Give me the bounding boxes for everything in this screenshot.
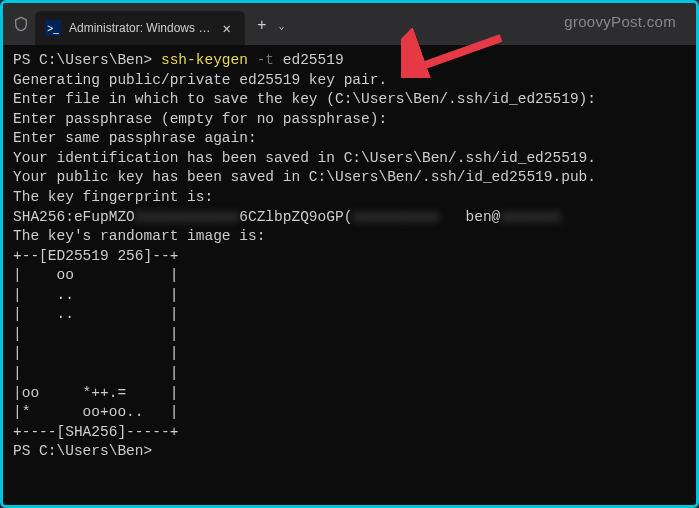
prompt: PS C:\Users\Ben> xyxy=(13,52,161,68)
new-tab-button[interactable]: + xyxy=(245,17,279,35)
randomart-line: |oo *++.= | xyxy=(13,385,178,401)
output-line: The key fingerprint is: xyxy=(13,189,213,205)
redacted-text: xxxxxxxxxxxx xyxy=(135,208,239,228)
output-line: Enter file in which to save the key (C:\… xyxy=(13,91,596,107)
chevron-down-icon[interactable]: ⌄ xyxy=(279,20,285,32)
output-line: Your identification has been saved in C:… xyxy=(13,150,596,166)
tab-title: Administrator: Windows Powe xyxy=(69,21,211,35)
output-line: Your public key has been saved in C:\Use… xyxy=(13,169,596,185)
randomart-line: | | xyxy=(13,326,178,342)
output-line: Enter passphrase (empty for no passphras… xyxy=(13,111,387,127)
command-flag: -t xyxy=(248,52,274,68)
randomart-line: | oo | xyxy=(13,267,178,283)
output-line: The key's randomart image is: xyxy=(13,228,265,244)
randomart-line: | .. | xyxy=(13,306,178,322)
randomart-line: +----[SHA256]-----+ xyxy=(13,424,178,440)
admin-shield-icon xyxy=(11,14,31,34)
command: ssh-keygen xyxy=(161,52,248,68)
close-icon[interactable]: ✕ xyxy=(219,18,235,39)
randomart-line: | .. | xyxy=(13,287,178,303)
terminal-tab[interactable]: >_ Administrator: Windows Powe ✕ xyxy=(35,11,245,45)
redacted-text: xxxxxxxxxx xyxy=(352,208,439,228)
randomart-line: |* oo+oo.. | xyxy=(13,404,178,420)
titlebar: >_ Administrator: Windows Powe ✕ + ⌄ gro… xyxy=(3,3,696,45)
output-line: Enter same passphrase again: xyxy=(13,130,257,146)
command-arg: ed25519 xyxy=(274,52,344,68)
terminal-output[interactable]: PS C:\Users\Ben> ssh-keygen -t ed25519 G… xyxy=(3,45,696,505)
powershell-icon: >_ xyxy=(45,20,61,36)
fingerprint-prefix: SHA256:eFupMZO xyxy=(13,209,135,225)
watermark: groovyPost.com xyxy=(564,13,676,30)
randomart-line: +--[ED25519 256]--+ xyxy=(13,248,178,264)
redacted-text: xxxxxxx xyxy=(500,208,561,228)
randomart-line: | | xyxy=(13,365,178,381)
fingerprint-user: ben@ xyxy=(466,209,501,225)
fingerprint-mid: 6CZlbpZQ9oGP( xyxy=(239,209,352,225)
prompt: PS C:\Users\Ben> xyxy=(13,443,152,459)
output-line: Generating public/private ed25519 key pa… xyxy=(13,72,387,88)
randomart-line: | | xyxy=(13,345,178,361)
